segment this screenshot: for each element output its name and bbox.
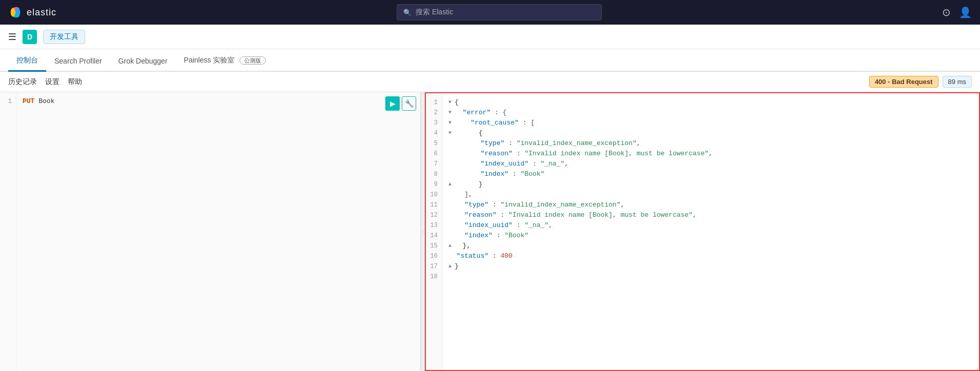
- editor-content[interactable]: 1 PUT Book: [0, 92, 420, 371]
- resp-line-num-16: 16: [426, 251, 442, 261]
- line-num-1: 1: [0, 96, 16, 107]
- resp-line-num-15: 15: [426, 241, 442, 251]
- resize-handle[interactable]: ⋮: [421, 92, 425, 371]
- search-placeholder: 搜索 Elastic: [416, 8, 453, 17]
- status-badge: 400 - Bad Request: [869, 76, 938, 88]
- toolbar-right: 400 - Bad Request 89 ms: [869, 76, 972, 88]
- resp-line-num-4: 4: [426, 128, 442, 138]
- resp-line-13: "index_uuid" : "_na_" ,: [448, 220, 975, 231]
- beta-badge: 公测版: [240, 56, 266, 65]
- resp-line-6: "reason" : "Invalid index name [Book], m…: [448, 149, 975, 159]
- editor-line-1: PUT Book: [23, 96, 416, 107]
- collapse-arrow-2[interactable]: ▼: [448, 108, 455, 118]
- second-navbar: ☰ D 开发工具: [0, 25, 980, 49]
- response-line-numbers: 1 2 3 4 5 6 7 8 9 10 11 12 13 14 15 16 1…: [426, 93, 442, 370]
- http-method: PUT: [23, 96, 34, 107]
- top-navbar: elastic 🔍 搜索 Elastic ⊙ 👤: [0, 0, 980, 25]
- help-button[interactable]: 帮助: [68, 77, 82, 87]
- dev-tools-button[interactable]: 开发工具: [43, 30, 85, 44]
- resp-line-1: ▼ {: [448, 97, 975, 108]
- run-button[interactable]: ▶: [385, 96, 400, 111]
- resp-line-14: "index" : "Book": [448, 231, 975, 241]
- resp-line-18: [448, 272, 975, 282]
- search-bar-container: 🔍 搜索 Elastic: [63, 4, 936, 20]
- resp-line-num-17: 17: [426, 261, 442, 272]
- resp-line-9: ▲ }: [448, 179, 975, 190]
- resp-line-16: "status" : 400: [448, 251, 975, 261]
- resp-line-num-11: 11: [426, 200, 442, 210]
- resp-line-num-5: 5: [426, 138, 442, 149]
- user-badge[interactable]: D: [23, 30, 37, 44]
- response-lines: ▼ { ▼ "error" : { ▼ "root_cause" : [ ▼ {: [442, 93, 979, 370]
- collapse-arrow-17[interactable]: ▲: [448, 261, 455, 272]
- collapse-arrow-3[interactable]: ▼: [448, 118, 455, 128]
- elastic-logo-icon: [8, 5, 23, 19]
- tab-bar: 控制台 Search Profiler Grok Debugger Painle…: [0, 49, 980, 72]
- resp-line-num-14: 14: [426, 231, 442, 241]
- wrench-button[interactable]: 🔧: [402, 96, 416, 111]
- svg-point-3: [11, 8, 15, 17]
- tab-grok-debugger[interactable]: Grok Debugger: [110, 52, 176, 72]
- resp-line-11: "type" : "invalid_index_name_exception" …: [448, 200, 975, 210]
- resp-line-num-6: 6: [426, 149, 442, 159]
- collapse-arrow-9[interactable]: ▲: [448, 179, 455, 190]
- collapse-arrow-15[interactable]: ▲: [448, 241, 455, 251]
- collapse-arrow-4[interactable]: ▼: [448, 128, 455, 138]
- user-menu-icon[interactable]: 👤: [959, 6, 972, 18]
- resp-line-num-12: 12: [426, 210, 442, 220]
- resp-line-4: ▼ {: [448, 128, 975, 138]
- resp-line-3: ▼ "root_cause" : [: [448, 118, 975, 128]
- tab-console[interactable]: 控制台: [8, 51, 46, 72]
- help-circle-icon[interactable]: ⊙: [942, 6, 951, 18]
- settings-button[interactable]: 设置: [45, 77, 60, 87]
- resp-line-10: ],: [448, 190, 975, 200]
- resp-line-num-3: 3: [426, 118, 442, 128]
- editor-path: Book: [34, 96, 54, 107]
- toolbar: 历史记录 设置 帮助 400 - Bad Request 89 ms: [0, 72, 980, 92]
- resp-line-8: "index" : "Book": [448, 169, 975, 179]
- resp-line-num-18: 18: [426, 272, 442, 282]
- resp-line-num-1: 1: [426, 97, 442, 108]
- hamburger-menu-icon[interactable]: ☰: [8, 31, 16, 43]
- global-search-bar[interactable]: 🔍 搜索 Elastic: [397, 4, 602, 20]
- resp-line-7: "index_uuid" : "_na_" ,: [448, 159, 975, 169]
- resp-line-num-8: 8: [426, 169, 442, 179]
- editor-panel: 1 PUT Book ▶ 🔧: [0, 92, 421, 371]
- top-nav-icons: ⊙ 👤: [942, 6, 972, 18]
- editor-actions: ▶ 🔧: [385, 96, 416, 111]
- resp-line-2: ▼ "error" : {: [448, 108, 975, 118]
- resp-line-num-2: 2: [426, 108, 442, 118]
- history-button[interactable]: 历史记录: [8, 77, 37, 87]
- search-icon: 🔍: [403, 9, 411, 16]
- resp-line-num-7: 7: [426, 159, 442, 169]
- resp-line-17: ▲ }: [448, 261, 975, 272]
- resp-line-num-9: 9: [426, 179, 442, 190]
- tab-search-profiler[interactable]: Search Profiler: [46, 52, 110, 72]
- collapse-arrow-1[interactable]: ▼: [448, 97, 455, 108]
- resp-line-15: ▲ },: [448, 241, 975, 251]
- elastic-logo[interactable]: elastic: [8, 5, 56, 19]
- editor-lines[interactable]: PUT Book: [16, 92, 420, 371]
- resp-line-num-13: 13: [426, 220, 442, 231]
- tab-painless[interactable]: Painless 实验室 公测版: [175, 51, 274, 72]
- time-badge: 89 ms: [943, 76, 972, 88]
- resp-line-num-10: 10: [426, 190, 442, 200]
- resp-line-5: "type" : "invalid_index_name_exception" …: [448, 138, 975, 149]
- main-content: 1 PUT Book ▶ 🔧 ⋮ 1 2 3 4 5 6 7 8: [0, 92, 980, 371]
- editor-line-numbers: 1: [0, 92, 16, 371]
- elastic-brand-text: elastic: [27, 7, 56, 18]
- svg-point-4: [15, 8, 20, 17]
- response-panel: 1 2 3 4 5 6 7 8 9 10 11 12 13 14 15 16 1…: [425, 92, 980, 371]
- resp-line-12: "reason" : "Invalid index name [Book], m…: [448, 210, 975, 220]
